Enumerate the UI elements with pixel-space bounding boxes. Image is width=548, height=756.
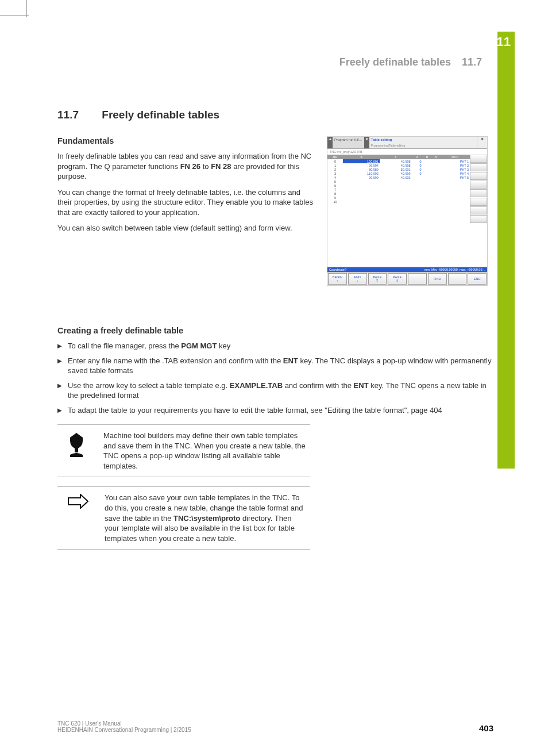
section-title: Freely definable tables (102, 109, 219, 121)
chapter-tab (497, 32, 515, 469)
note-text: You can also save your own table templat… (105, 493, 306, 543)
arrow-icon: ❖ (364, 137, 369, 148)
svg-rect-0 (75, 448, 78, 452)
subsection-creating: Creating a freely definable table To cal… (57, 326, 493, 550)
screenshot-titlebar: ➔ Program run full… ❖ Table editing Prog… (327, 137, 487, 149)
mode-label: Program run full… (333, 137, 364, 148)
page-footer: TNC 620 | User's Manual HEIDENHAIN Conve… (57, 720, 493, 733)
step-item: To call the file manager, press the PGM … (57, 341, 493, 351)
note-text: Machine tool builders may define their o… (103, 431, 306, 471)
body-text: In freely definable tables you can read … (57, 151, 313, 182)
subsection-heading: Creating a freely definable table (57, 326, 493, 335)
screen-title: Table editing (369, 137, 407, 143)
step-item: Enter any file name with the .TAB extens… (57, 356, 493, 376)
softkey (408, 273, 427, 285)
section-heading: 11.7 Freely definable tables (57, 109, 493, 121)
body-text: You can also switch between table view (… (57, 223, 313, 233)
step-item: Use the arrow key to select a table temp… (57, 381, 493, 401)
running-header-num: 11.7 (462, 56, 482, 68)
body-text: You can change the format of freely defi… (57, 187, 313, 218)
screen-subtitle: Programming\Table editing (369, 143, 407, 148)
running-header: Freely definable tables 11.7 (57, 56, 493, 68)
softkey: END↓ (348, 273, 367, 285)
arrow-icon: ➔ (327, 137, 333, 148)
softkey-row: BEGIN↑END↓PAGE⇑PAGE⇓FINDEND (327, 272, 487, 285)
gear-icon: ✺ (477, 137, 487, 148)
softkey: FIND (428, 273, 447, 285)
chapter-number: 11 (497, 34, 511, 49)
side-buttons (470, 155, 487, 224)
softkey: PAGE⇓ (388, 273, 407, 285)
softkey: END (468, 273, 487, 285)
footer-line: HEIDENHAIN Conversational Programming | … (57, 727, 191, 733)
crop-mark (0, 9, 29, 16)
arrow-right-icon (68, 493, 88, 543)
file-path: TNC:\nc_prog\123.TAB (327, 149, 487, 155)
section-number: 11.7 (57, 109, 99, 121)
note-box: You can also save your own table templat… (57, 486, 310, 550)
softkey (448, 273, 467, 285)
page-number: 403 (479, 723, 493, 733)
subsection-fundamentals: Fundamentals In freely definable tables … (57, 136, 313, 233)
softkey: PAGE⇑ (368, 273, 387, 285)
step-item: To adapt the table to your requirements … (57, 405, 493, 416)
note-box: Machine tool builders may define their o… (57, 424, 310, 477)
softkey: BEGIN↑ (328, 273, 347, 285)
machine-icon (68, 431, 87, 471)
screenshot-figure: ➔ Program run full… ❖ Table editing Prog… (327, 136, 488, 286)
subsection-heading: Fundamentals (57, 136, 313, 145)
footer-line: TNC 620 | User's Manual (57, 720, 191, 727)
status-bar: Coordinate? mm Min. -99999.99999, max. +… (327, 267, 487, 272)
running-header-title: Freely definable tables (339, 56, 451, 68)
data-table: NRXYZRSDOC 0120.00140.9080PKT 1199.99440… (327, 155, 470, 204)
